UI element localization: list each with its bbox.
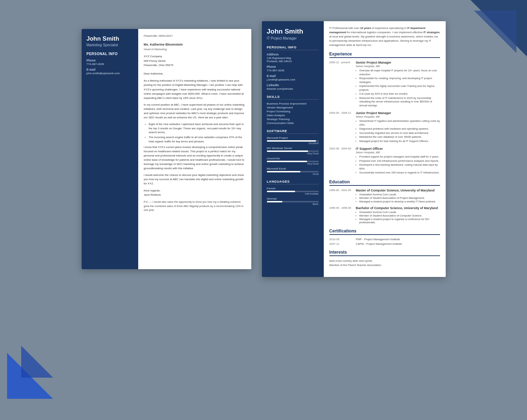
- edu-bullet: Managed a student project to develop a w…: [359, 200, 440, 203]
- cover-letter-sidebar: John Smith Marketing Specialist Personal…: [82, 29, 138, 269]
- cl-bullet2: The incoming search engine traffic to al…: [149, 135, 246, 143]
- edu-bullet: Graduated Summa Cum Laude.: [359, 193, 440, 196]
- software-bar-fill: [267, 150, 309, 152]
- resume-document: John Smith IT Project Manager Personal I…: [262, 21, 446, 277]
- edu-bullets: Graduated Summa Cum Laude.Member of Stud…: [359, 211, 440, 224]
- edu-content: Bachelor of Computer Science, University…: [356, 206, 440, 224]
- edu-degree: Master of Computer Science, University o…: [356, 189, 440, 192]
- cover-letter-main: Flowerville, 06/01/2017 Ms. Katherine Bl…: [138, 29, 251, 269]
- res-skill-item: Vendor Management: [267, 106, 319, 109]
- cl-bullet1: Eight of the nine websites I optimized h…: [149, 122, 246, 135]
- cert-entry: 2010-05 PMP - Project Management Institu…: [329, 238, 440, 241]
- exp-date: 2002-08 - 2004-09: [329, 147, 356, 175]
- lang-label: Basic: [267, 203, 319, 205]
- cl-title: Marketing Specialist: [87, 43, 133, 47]
- exp-entry: 2004-09 - 2006-12 Junior Project Manager…: [329, 111, 440, 143]
- cl-salutation: Dear Katherine,: [144, 72, 246, 76]
- exp-company: Seton Hospital, ME: [356, 65, 440, 68]
- exp-bullet: Maintained the user database of over 300…: [359, 135, 440, 139]
- cl-bullets: Eight of the nine websites I optimized h…: [149, 122, 246, 143]
- software-label: Excellent: [267, 142, 319, 144]
- exp-job-title: IT Support Officer: [356, 147, 440, 150]
- cl-paragraph2: In my current position at ABC, I have su…: [144, 103, 246, 120]
- res-software-list: Microsoft Project Excellent MS Windows S…: [267, 136, 319, 175]
- software-bar-bg: [267, 140, 319, 142]
- res-skill-item: Communication Skills: [267, 122, 319, 125]
- lang-bar-bg: [267, 191, 319, 192]
- res-skills-list: Business Process ImprovementVendor Manag…: [267, 102, 319, 125]
- software-bar-fill: [267, 161, 308, 162]
- cl-paragraph3: I know that XYZ's current plans involve …: [144, 145, 246, 171]
- res-summary: IT Professional with over 10 years of ex…: [329, 26, 440, 47]
- cover-letter-document: John Smith Marketing Specialist Personal…: [82, 29, 251, 269]
- cl-name: John Smith: [87, 35, 133, 42]
- exp-bullets: Oversaw all major hospital IT projects f…: [359, 69, 440, 107]
- exp-entry: 2002-08 - 2004-09 IT Support Officer Set…: [329, 147, 440, 175]
- edu-bullet: Member of Student Association of Compute…: [359, 214, 440, 217]
- cl-addr2: Flowerville, Ohio 55675: [144, 63, 246, 67]
- res-linkedin-val: linkedin.com/johnutw: [267, 87, 319, 90]
- cert-name: CAPM - Project Management Institute: [356, 242, 440, 246]
- res-education-heading: Education: [329, 179, 440, 186]
- exp-job-title: Junior Project Manager: [356, 111, 440, 115]
- decorative-triangle-bottom-left-2: [21, 346, 53, 378]
- exp-bullet: Provided support for project managers an…: [359, 155, 440, 159]
- exp-bullet: Cut costs by 32% in less than six months…: [359, 92, 440, 96]
- exp-bullet: Implemented the highly successful Lean T…: [359, 84, 440, 92]
- exp-bullets: Streamlined IT logistics and administrat…: [359, 119, 440, 143]
- resume-main: IT Professional with over 10 years of ex…: [324, 21, 446, 277]
- res-title: IT Project Manager: [267, 36, 319, 40]
- res-skill-item: Project Scheduling: [267, 110, 319, 113]
- exp-bullet: Successfully resolved over 200 issues in…: [359, 171, 440, 175]
- lang-name: French: [267, 187, 319, 190]
- edu-entry: 1996-09 - 1999-06 Bachelor of Computer S…: [329, 206, 440, 224]
- cl-email-label: E-mail: [87, 68, 133, 71]
- software-name: MS Windows Server: [267, 147, 319, 150]
- cl-addr1: 099 Peony Street: [144, 59, 246, 63]
- cl-personal-info-heading: Personal Info: [87, 52, 133, 56]
- res-experience-list: 2006-12 - present Senior Project Manager…: [329, 61, 440, 175]
- exp-bullet: Managed project for lean training for al…: [359, 140, 440, 143]
- cl-closing-line2: Jane Redlock: [144, 193, 246, 197]
- edu-date: 1996-09 - 1999-06: [329, 206, 356, 224]
- res-skill-item: Business Process Improvement: [267, 102, 319, 105]
- cl-date: Flowerville, 06/01/2017: [144, 34, 246, 38]
- edu-bullet: Graduated Summa Cum Laude.: [359, 211, 440, 214]
- exp-content: Senior Project Manager Seton Hospital, M…: [356, 61, 440, 108]
- res-personal-heading: Personal Info: [267, 45, 319, 50]
- res-education-section: Education 1999-09 - 2001-05 Master of Co…: [329, 179, 440, 224]
- software-bar-bg: [267, 161, 319, 162]
- res-name: John Smith: [267, 28, 319, 36]
- exp-bullet: Oversaw all major hospital IT projects f…: [359, 69, 440, 76]
- cl-phone-label: Phone: [87, 59, 133, 62]
- res-software-item: MS Windows Server Very Good: [267, 147, 319, 155]
- exp-company: Seton Hospital, ME: [356, 151, 440, 154]
- res-skills-heading: Skills: [267, 95, 319, 100]
- res-interests-section: Interests Avid cross country skier and c…: [329, 250, 440, 268]
- exp-bullet: Streamlined IT logistics and administrat…: [359, 119, 440, 127]
- res-experience-heading: Experience: [329, 52, 440, 58]
- res-interests-heading: Interests: [329, 250, 440, 256]
- res-interests-text: Avid cross country skier and cyclist.Mem…: [329, 259, 440, 268]
- cert-date: 2007-11: [329, 242, 356, 246]
- software-bar-fill: [267, 171, 301, 172]
- res-addr2: Portland, ME 04019: [267, 60, 292, 63]
- cl-closing: Kind regards, Jane Redlock: [144, 189, 246, 197]
- page-wrapper: John Smith Marketing Specialist Personal…: [0, 0, 527, 298]
- res-phone-label: Phone: [267, 65, 319, 69]
- exp-content: Junior Project Manager Seton Hospital, M…: [356, 111, 440, 143]
- interest-item: Avid cross country skier and cyclist.: [329, 259, 440, 263]
- edu-entry: 1999-09 - 2001-05 Master of Computer Sci…: [329, 189, 440, 203]
- cl-closing-line1: Kind regards,: [144, 189, 246, 193]
- lang-bar-fill: [267, 201, 282, 202]
- software-bar-bg: [267, 150, 319, 152]
- res-software-heading: Software: [267, 129, 319, 134]
- res-phone-val: 774-987-4009: [267, 69, 319, 72]
- exp-job-title: Senior Project Manager: [356, 61, 440, 64]
- software-label: Very Good: [267, 162, 319, 165]
- exp-bullet: Responsible for creating, improving, and…: [359, 77, 440, 84]
- cl-paragraph4: I would welcome the chance to discuss yo…: [144, 173, 246, 186]
- res-certifications-heading: Certifications: [329, 229, 440, 235]
- res-email-val: j.smith@uptowork.com: [267, 78, 319, 81]
- cert-name: PMP - Project Management Institute: [356, 238, 440, 241]
